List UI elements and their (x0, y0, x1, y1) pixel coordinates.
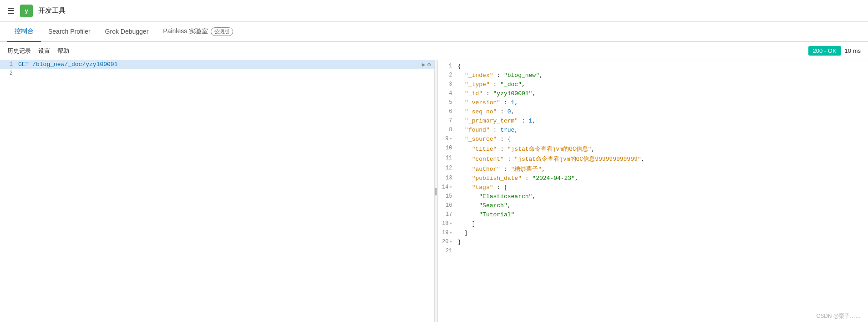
resp-line-16: 16 "Search", (438, 201, 868, 210)
hamburger-icon[interactable]: ☰ (7, 6, 15, 16)
resp-line-2: 2 "_index" : "blog_new", (438, 71, 868, 80)
resp-line-7: 7 "_primary_term" : 1, (438, 117, 868, 126)
resp-content-5: "_version" : 1, (456, 98, 520, 107)
resp-content-19: } (456, 229, 470, 238)
line-num-2: 2 (0, 69, 16, 77)
resp-line-6: 6 "_seq_no" : 0, (438, 107, 868, 117)
resp-num-21: 21 (438, 247, 456, 256)
resp-content-13: "publish_date" : "2024-04-23", (456, 174, 580, 183)
resp-content-9: "_source" : { (456, 135, 513, 144)
editor-line-2[interactable]: 2 (0, 69, 434, 78)
resp-line-8: 8 "found" : true, (438, 126, 868, 135)
resp-content-15: "Elasticsearch", (456, 192, 538, 201)
resp-num-18[interactable]: 18 (438, 220, 456, 229)
footer-text: CSDN @栗子…… (816, 313, 861, 319)
beta-badge: 公测版 (211, 27, 233, 36)
toolbar-right: 200 - OK 10 ms (808, 46, 861, 56)
nav-tabs: 控制台 Search Profiler Grok Debugger Painle… (0, 22, 868, 42)
resp-content-6: "_seq_no" : 0, (456, 107, 517, 117)
resp-content-12: "author" : "糟炒栗子", (456, 164, 547, 174)
resp-content-4: "_id" : "yzy100001", (456, 89, 538, 98)
line-num-1: 1 (0, 60, 16, 67)
resp-line-3: 3 "_type" : "_doc", (438, 80, 868, 89)
resp-content-21 (456, 247, 460, 256)
resp-line-13: 13 "publish_date" : "2024-04-23", (438, 174, 868, 183)
resp-num-3: 3 (438, 80, 456, 89)
resp-line-19[interactable]: 19 } (438, 229, 868, 238)
help-button[interactable]: 帮助 (57, 47, 69, 55)
logo-badge: y (20, 5, 33, 17)
resp-line-11: 11 "content" : "jstat命令查看jvm的GC信息9999999… (438, 154, 868, 164)
resp-num-9[interactable]: 9 (438, 135, 456, 144)
resp-line-14[interactable]: 14 "tags" : [ (438, 183, 868, 192)
main-content: 1 GET /blog_new/_doc/yzy100001 ▶ ⚙ 2 ‖ 1… (0, 60, 868, 322)
divider[interactable]: ‖ (434, 60, 438, 322)
settings-button[interactable]: 设置 (38, 47, 50, 55)
tab-painless[interactable]: Painless 实验室 公测版 (156, 22, 240, 42)
line-content-2 (16, 69, 434, 71)
resp-line-4: 4 "_id" : "yzy100001", (438, 89, 868, 98)
resp-line-17: 17 "Tutorial" (438, 210, 868, 220)
tab-grok-debugger[interactable]: Grok Debugger (98, 22, 156, 42)
resp-content-1: { (456, 62, 463, 71)
app-title: 开发工具 (38, 6, 66, 15)
resp-num-2: 2 (438, 71, 456, 80)
history-button[interactable]: 历史记录 (7, 47, 31, 55)
resp-num-6: 6 (438, 107, 456, 117)
resp-line-5: 5 "_version" : 1, (438, 98, 868, 107)
status-badge: 200 - OK (808, 46, 841, 56)
resp-line-10: 10 "title" : "jstat命令查看jvm的GC信息", (438, 144, 868, 154)
resp-content-10: "title" : "jstat命令查看jvm的GC信息", (456, 144, 597, 154)
top-bar: ☰ y 开发工具 (0, 0, 868, 22)
tab-console[interactable]: 控制台 (7, 22, 41, 42)
resp-content-16: "Search", (456, 201, 513, 210)
resp-line-15: 15 "Elasticsearch", (438, 192, 868, 201)
resp-line-1: 1 { (438, 62, 868, 71)
editor-area[interactable]: 1 GET /blog_new/_doc/yzy100001 ▶ ⚙ 2 (0, 60, 434, 322)
run-icon[interactable]: ▶ (422, 61, 426, 68)
resp-content-14: "tags" : [ (456, 183, 509, 192)
resp-num-17: 17 (438, 210, 456, 220)
resp-content-18: ] (456, 220, 477, 229)
toolbar: 历史记录 设置 帮助 200 - OK 10 ms (0, 42, 868, 60)
resp-num-12: 12 (438, 164, 456, 174)
resp-num-10: 10 (438, 144, 456, 154)
line-content-1: GET /blog_new/_doc/yzy100001 (16, 60, 419, 69)
resp-content-8: "found" : true, (456, 126, 520, 135)
resp-num-15: 15 (438, 192, 456, 201)
right-panel[interactable]: 1 { 2 "_index" : "blog_new", 3 "_type" :… (438, 60, 868, 322)
resp-num-13: 13 (438, 174, 456, 183)
resp-content-11: "content" : "jstat命令查看jvm的GC信息9999999999… (456, 154, 647, 164)
left-panel: 1 GET /blog_new/_doc/yzy100001 ▶ ⚙ 2 (0, 60, 434, 322)
resp-content-17: "Tutorial" (456, 210, 517, 220)
resp-num-20[interactable]: 20 (438, 238, 456, 247)
resp-num-7: 7 (438, 117, 456, 126)
resp-num-11: 11 (438, 154, 456, 164)
resp-content-7: "_primary_term" : 1, (456, 117, 538, 126)
resp-num-5: 5 (438, 98, 456, 107)
resp-line-12: 12 "author" : "糟炒栗子", (438, 164, 868, 174)
resp-line-20[interactable]: 20 } (438, 238, 868, 247)
resp-line-21: 21 (438, 247, 868, 256)
footer: CSDN @栗子…… (809, 311, 868, 322)
resp-num-8: 8 (438, 126, 456, 135)
time-badge: 10 ms (845, 47, 861, 54)
tab-search-profiler[interactable]: Search Profiler (41, 22, 98, 42)
resp-line-18[interactable]: 18 ] (438, 220, 868, 229)
resp-num-16: 16 (438, 201, 456, 210)
resp-num-1: 1 (438, 62, 456, 71)
copy-icon[interactable]: ⚙ (427, 61, 431, 68)
resp-content-20: } (456, 238, 463, 247)
resp-num-4: 4 (438, 89, 456, 98)
line-actions-1: ▶ ⚙ (419, 60, 434, 69)
resp-num-14[interactable]: 14 (438, 183, 456, 192)
resp-content-3: "_type" : "_doc", (456, 80, 527, 89)
editor-line-1[interactable]: 1 GET /blog_new/_doc/yzy100001 ▶ ⚙ (0, 60, 434, 69)
resp-num-19[interactable]: 19 (438, 229, 456, 238)
resp-content-2: "_index" : "blog_new", (456, 71, 545, 80)
resp-line-9[interactable]: 9 "_source" : { (438, 135, 868, 144)
